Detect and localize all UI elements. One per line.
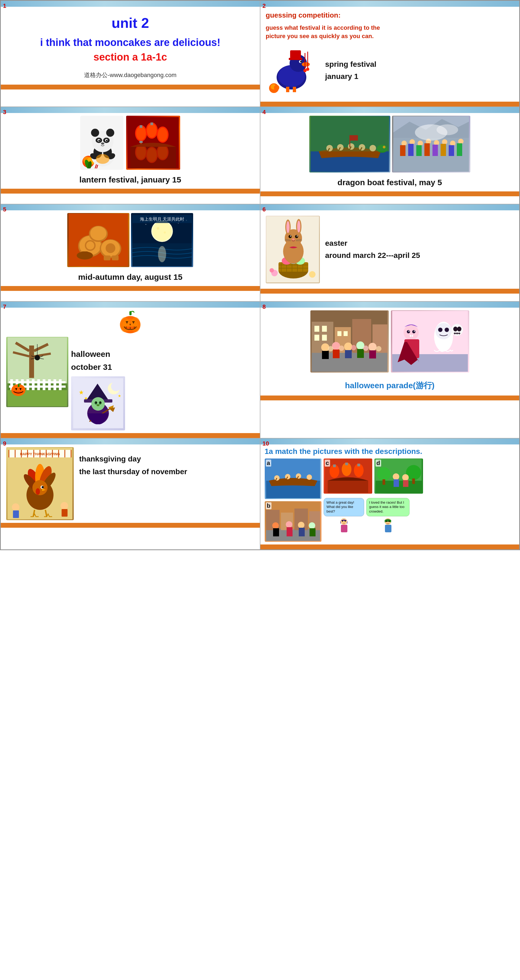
svg-rect-221 <box>333 350 339 358</box>
svg-point-99 <box>106 243 115 253</box>
thanksgiving-name: thanksgiving day <box>79 453 187 466</box>
match-instruction: 1a match the pictures with the descripti… <box>265 447 515 456</box>
cell-1: 1 unit 2 i think that mooncakes are deli… <box>0 0 260 107</box>
cell-3-label-area: lantern festival, january 15 <box>1 170 260 189</box>
svg-point-235 <box>404 325 419 340</box>
svg-text:海上生明月 天涯共此时: 海上生明月 天涯共此时 <box>140 217 184 221</box>
svg-point-218 <box>321 343 329 352</box>
pumpkin-top-area <box>1 308 260 334</box>
subtitle2: section a 1a-1c <box>94 51 167 63</box>
orange-bar-2 <box>260 102 520 107</box>
cell-3-images <box>1 113 260 170</box>
svg-point-248 <box>453 326 458 331</box>
svg-point-140 <box>289 235 292 238</box>
svg-rect-242 <box>412 335 413 337</box>
svg-rect-314 <box>328 480 368 493</box>
svg-point-115 <box>157 227 159 230</box>
top-bar-5 <box>1 204 260 210</box>
svg-point-118 <box>158 246 166 262</box>
cell-number-4: 4 <box>263 109 266 116</box>
halloween-parade-image1 <box>311 310 389 372</box>
cell-4: 4 <box>260 107 520 204</box>
match-right-col: c <box>323 458 423 536</box>
cell-4-label-area: dragon boat festival, may 5 <box>260 172 520 191</box>
cell-number-8: 8 <box>263 303 266 310</box>
svg-rect-16 <box>293 87 296 92</box>
top-bar-7 <box>1 302 260 308</box>
panda-image <box>80 116 124 170</box>
svg-point-150 <box>309 271 315 278</box>
svg-rect-87 <box>441 144 446 156</box>
svg-rect-324 <box>403 480 409 487</box>
svg-point-202 <box>95 402 97 403</box>
label-d: d <box>376 460 381 467</box>
match-image-a: a <box>265 458 322 499</box>
cell-2-content: guessing competition: guess what festiva… <box>260 7 520 102</box>
svg-line-146 <box>285 240 291 241</box>
svg-rect-300 <box>273 528 279 536</box>
duck-illustration <box>266 45 320 96</box>
svg-rect-217 <box>344 331 348 336</box>
svg-rect-103 <box>82 251 87 257</box>
svg-rect-82 <box>400 145 406 156</box>
cell-9: 9 HAPPY <box>0 438 260 550</box>
person1-area: What a great day! What did you like best… <box>323 498 364 536</box>
label-a: a <box>266 460 271 467</box>
lantern-festival-label: lantern festival, january 15 <box>79 175 181 185</box>
orange-bar-8 <box>260 396 520 400</box>
orange-bar-7 <box>1 433 260 438</box>
svg-point-139 <box>297 221 300 232</box>
svg-point-116 <box>164 231 166 234</box>
svg-point-321 <box>393 473 399 480</box>
svg-rect-89 <box>457 143 462 156</box>
svg-point-29 <box>106 129 114 137</box>
dragon-boat-image2 <box>392 116 470 172</box>
svg-rect-283 <box>62 509 68 517</box>
svg-rect-216 <box>338 331 341 336</box>
svg-point-151 <box>270 268 274 272</box>
svg-point-299 <box>272 522 279 529</box>
svg-rect-84 <box>416 145 422 156</box>
svg-point-42 <box>136 126 146 140</box>
spring-festival-name: spring festival <box>325 58 377 70</box>
svg-rect-328 <box>341 525 347 532</box>
svg-point-331 <box>388 521 390 522</box>
svg-rect-213 <box>322 326 327 332</box>
thanksgiving-date: the last thursday of november <box>79 465 187 478</box>
svg-point-245 <box>438 328 442 332</box>
spring-festival-date: january 1 <box>325 70 377 83</box>
cell-5-images: 海上生明月 天涯共此时 <box>1 210 260 267</box>
svg-rect-48 <box>151 123 153 125</box>
match-image-b: b <box>265 501 322 542</box>
cell-5-label-area: mid-autumn day, august 15 <box>1 267 260 286</box>
halloween-witch-image: ★ ★ ★ ★ <box>71 376 125 430</box>
cell-10-content: 1a match the pictures with the descripti… <box>260 444 520 544</box>
svg-point-96 <box>86 242 94 250</box>
svg-point-273 <box>32 480 48 495</box>
svg-rect-180 <box>48 379 51 390</box>
svg-rect-105 <box>112 256 119 260</box>
svg-point-237 <box>407 330 410 333</box>
match-cd-row: c <box>323 458 423 494</box>
orange-bar-9 <box>1 523 260 528</box>
svg-rect-227 <box>369 350 376 358</box>
svg-point-244 <box>436 323 452 339</box>
svg-point-14 <box>274 85 279 90</box>
thanksgiving-info: thanksgiving day the last thursday of no… <box>79 453 187 478</box>
easter-name: easter <box>325 237 420 250</box>
svg-rect-182 <box>59 379 62 390</box>
label-b: b <box>266 502 271 509</box>
svg-rect-311 <box>333 465 336 467</box>
svg-rect-186 <box>18 384 19 387</box>
cell-number-10: 10 <box>263 440 269 447</box>
svg-point-166 <box>35 355 40 360</box>
easter-bunny-image <box>266 216 320 283</box>
halloween-date: october 31 <box>71 361 125 374</box>
svg-point-327 <box>344 520 346 522</box>
svg-line-148 <box>296 240 302 241</box>
cell-number-7: 7 <box>3 303 6 310</box>
halloween-parade-image2 <box>391 310 469 372</box>
svg-rect-212 <box>314 326 319 332</box>
svg-point-35 <box>106 140 108 142</box>
cell-7-right: halloween october 31 ★ ★ ★ ★ <box>71 337 125 430</box>
